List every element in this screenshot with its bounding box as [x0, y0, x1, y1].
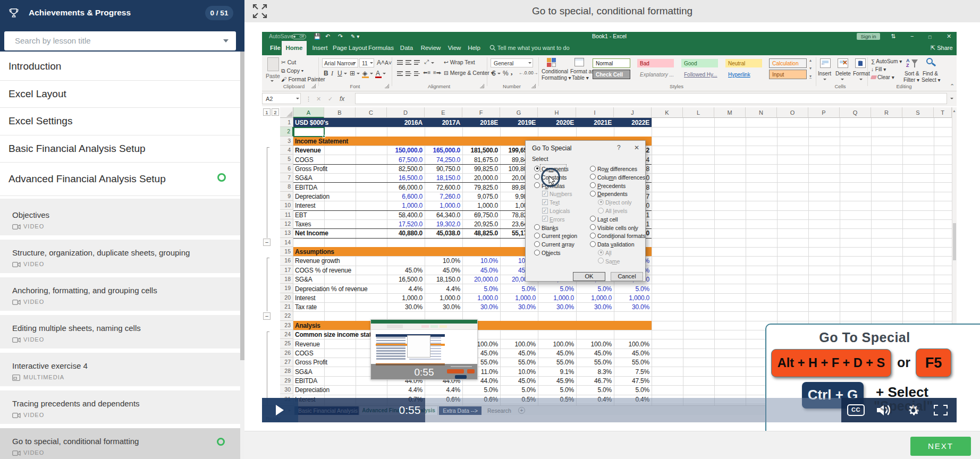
- font-color-caret-icon[interactable]: [383, 73, 386, 74]
- cell-style-neutral[interactable]: Neutral: [725, 58, 763, 68]
- column-header-A[interactable]: A: [293, 107, 324, 118]
- dialog-radio-data-validation[interactable]: [590, 241, 596, 247]
- dialog-check-errors[interactable]: ✓: [542, 216, 548, 222]
- row-header-1[interactable]: 1: [280, 118, 293, 127]
- scroll-up-icon[interactable]: ▲: [952, 108, 956, 114]
- cell-J26[interactable]: 45.0%: [614, 350, 649, 357]
- row-header-16[interactable]: 16: [280, 256, 293, 265]
- next-button[interactable]: NEXT: [910, 437, 971, 456]
- lesson-item-2[interactable]: Structure, organization, duplicate sheet…: [0, 240, 240, 273]
- ribbon-tab-help[interactable]: Help: [466, 41, 482, 55]
- ribbon-tab-view[interactable]: View: [446, 41, 463, 55]
- row-header-24[interactable]: 24: [280, 330, 293, 339]
- lesson-item-4[interactable]: Editing multiple sheets, naming cellsVID…: [0, 315, 240, 348]
- dialog-radio-direct-only[interactable]: [598, 199, 604, 205]
- cell-I27[interactable]: 55.0%: [577, 359, 612, 366]
- name-box-caret-icon[interactable]: [296, 98, 299, 99]
- row-header-8[interactable]: 8: [280, 182, 293, 191]
- dialog-radio-objects[interactable]: [534, 250, 540, 256]
- cell-G20[interactable]: 1,000.0: [501, 294, 536, 302]
- cell-E10[interactable]: 1,000.0: [425, 202, 460, 209]
- percent-icon[interactable]: %: [503, 70, 509, 77]
- orientation-caret-icon[interactable]: [431, 62, 434, 64]
- tell-me-box[interactable]: Tell me what you want to do: [489, 41, 570, 55]
- merge-center-button[interactable]: ⊟ Merge & Center ▾: [444, 70, 494, 76]
- row-header-14[interactable]: 14: [280, 238, 293, 247]
- cell-A30[interactable]: Depreciation: [295, 386, 330, 394]
- cell-H30[interactable]: 5.0%: [539, 386, 574, 394]
- gallery-up-icon[interactable]: ▴: [809, 58, 812, 63]
- format-cells-caret-icon[interactable]: [859, 79, 863, 80]
- column-header-J[interactable]: J: [614, 107, 652, 118]
- align-right-icon[interactable]: [414, 75, 418, 76]
- cell-D9[interactable]: 6,600.0: [387, 193, 423, 200]
- column-header-N[interactable]: N: [746, 107, 777, 118]
- row-header-30[interactable]: 30: [280, 385, 293, 394]
- row-header-4[interactable]: 4: [280, 146, 293, 155]
- ribbon-tab-formulas[interactable]: Formulas: [368, 41, 394, 55]
- row-header-7[interactable]: 7: [280, 173, 293, 182]
- underline-icon[interactable]: U: [337, 70, 342, 77]
- row-header-12[interactable]: 12: [280, 219, 293, 228]
- cell-F21[interactable]: 30.0%: [463, 303, 498, 311]
- italic-icon[interactable]: I: [331, 70, 333, 78]
- find-select-label[interactable]: Find &: [923, 71, 938, 76]
- cell-F13[interactable]: 48,825.0: [463, 230, 498, 237]
- collapse-ribbon-icon[interactable]: ⌃: [950, 83, 954, 90]
- cell-F11[interactable]: 69,750.0: [463, 211, 498, 219]
- row-header-23[interactable]: 23: [280, 321, 293, 330]
- cell-J28[interactable]: 7.5%: [614, 368, 649, 376]
- cell-D10[interactable]: 1,000.0: [387, 202, 423, 209]
- bold-icon[interactable]: B: [324, 70, 328, 77]
- cell-style-normal[interactable]: Normal: [593, 58, 630, 68]
- cell-E30[interactable]: 4.4%: [425, 386, 460, 394]
- align-right-icon[interactable]: [414, 71, 418, 72]
- row-header-29[interactable]: 29: [280, 376, 293, 385]
- cell-G28[interactable]: 10.0%: [501, 368, 536, 376]
- sidebar-section-basic-financial-analysis-setup[interactable]: Basic Financial Analysis Setup: [0, 135, 240, 163]
- sidebar-section-excel-settings[interactable]: Excel Settings: [0, 108, 240, 135]
- cell-E19[interactable]: 4.4%: [425, 285, 460, 293]
- cell-E8[interactable]: 72,600.0: [425, 184, 460, 191]
- cell-F4[interactable]: 181,500.0: [463, 147, 498, 154]
- cell-F12[interactable]: 20,925.0: [463, 220, 498, 228]
- cell-A18[interactable]: SG&A: [295, 276, 312, 283]
- align-middle-icon[interactable]: [405, 64, 411, 65]
- row-header-27[interactable]: 27: [280, 358, 293, 367]
- cell-D1[interactable]: 2016A: [387, 119, 423, 126]
- cell-I21[interactable]: 30.0%: [577, 303, 612, 311]
- name-box[interactable]: A2: [262, 93, 301, 104]
- dialog-radio-dependents[interactable]: [590, 191, 596, 197]
- sort-filter-label[interactable]: Sort &: [905, 71, 919, 76]
- align-top-icon[interactable]: [397, 64, 403, 65]
- cell-G25[interactable]: 100.0%: [501, 341, 536, 348]
- cell-H25[interactable]: 100.0%: [539, 341, 574, 348]
- cell-H21[interactable]: 30.0%: [539, 303, 574, 311]
- row-header-15[interactable]: 15: [280, 247, 293, 256]
- row-header-2[interactable]: 2: [280, 127, 293, 136]
- cell-A29[interactable]: EBITDA: [295, 377, 317, 385]
- align-middle-icon[interactable]: [405, 62, 410, 63]
- cell-E13[interactable]: 45,038.0: [425, 230, 460, 237]
- dialog-radio-formulas[interactable]: [534, 182, 540, 188]
- cell-A8[interactable]: EBITDA: [295, 184, 317, 191]
- lesson-item-5[interactable]: Interactive exercise 4MULTIMEDIA: [0, 353, 240, 386]
- ribbon-tab-file[interactable]: File: [267, 41, 283, 55]
- cell-D12[interactable]: 17,520.0: [387, 220, 423, 228]
- gallery-down-icon[interactable]: ▾: [809, 66, 812, 71]
- cell-style-followed-hy-[interactable]: Followed Hy...: [681, 70, 719, 79]
- cell-J30[interactable]: 5.0%: [614, 386, 649, 394]
- cell-A16[interactable]: Revenue growth: [295, 257, 340, 265]
- row-header-5[interactable]: 5: [280, 155, 293, 164]
- cell-G30[interactable]: 5.0%: [501, 386, 536, 394]
- fill-button[interactable]: ↓ Fill ▾: [871, 66, 886, 72]
- confirm-entry-icon[interactable]: ✓: [328, 96, 333, 103]
- column-header-L[interactable]: L: [683, 107, 714, 118]
- cell-I20[interactable]: 1,000.0: [577, 294, 612, 302]
- cell-D20[interactable]: 1,000.0: [387, 294, 423, 302]
- sign-in-button[interactable]: Sign in: [857, 33, 880, 40]
- row-header-3[interactable]: 3: [280, 137, 293, 146]
- cell-F9[interactable]: 9,075.0: [463, 193, 498, 200]
- formula-input[interactable]: [355, 93, 947, 104]
- align-bottom-icon[interactable]: [414, 60, 420, 61]
